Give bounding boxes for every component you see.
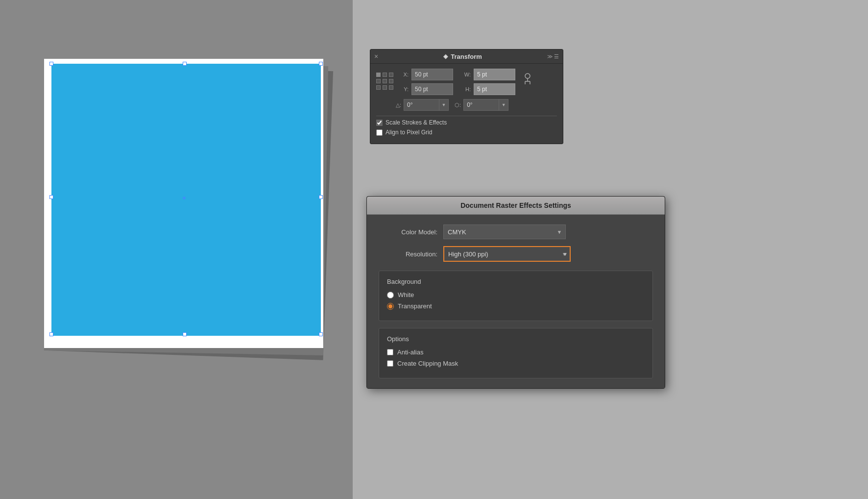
options-section: Options Anti-alias Create Clipping Mask: [379, 328, 653, 378]
double-arrow-icon: ≫: [547, 53, 553, 60]
panel-menu-icon[interactable]: ≫ ☰: [547, 53, 559, 60]
create-clipping-label[interactable]: Create Clipping Mask: [397, 360, 458, 367]
transform-body: X: Y: W: H:: [370, 64, 563, 144]
scale-strokes-label[interactable]: Scale Strokes & Effects: [386, 119, 447, 126]
handle-tc[interactable]: [183, 62, 187, 66]
transform-panel-header: × ◈ Transform ≫ ☰: [370, 50, 563, 64]
align-pixel-label[interactable]: Align to Pixel Grid: [386, 129, 432, 136]
svg-point-0: [525, 74, 530, 78]
background-section-title: Background: [387, 278, 645, 285]
handle-ml[interactable]: [49, 195, 53, 199]
h-input[interactable]: [474, 83, 515, 95]
center-point: [183, 197, 186, 200]
anti-alias-checkbox[interactable]: [387, 349, 393, 355]
color-model-select[interactable]: CMYK RGB Grayscale: [443, 225, 566, 239]
reference-point-icon[interactable]: [376, 73, 394, 90]
resolution-label: Resolution:: [379, 250, 437, 258]
w-field-row: W:: [461, 69, 515, 80]
angle-input-wrapper: ▼: [404, 99, 449, 111]
angle-label: △:: [396, 102, 401, 108]
transparent-radio[interactable]: [387, 303, 394, 310]
angle-field: △: ▼: [396, 99, 449, 111]
wh-fields: W: H:: [461, 69, 515, 95]
create-clipping-row: Create Clipping Mask: [387, 360, 645, 367]
x-label: X:: [399, 72, 409, 77]
anti-alias-label[interactable]: Anti-alias: [397, 349, 423, 356]
angle-input[interactable]: [404, 99, 439, 111]
options-section-title: Options: [387, 335, 645, 343]
angle-dropdown-btn[interactable]: ▼: [439, 99, 449, 111]
scale-strokes-row: Scale Strokes & Effects: [376, 119, 557, 126]
y-field-row: Y:: [399, 83, 453, 95]
raster-body: Color Model: CMYK RGB Grayscale ▼ Resolu…: [367, 215, 665, 388]
x-input[interactable]: [411, 69, 453, 80]
transform-panel: × ◈ Transform ≫ ☰: [370, 49, 563, 144]
h-field-row: H:: [461, 83, 515, 95]
align-pixel-row: Align to Pixel Grid: [376, 129, 557, 136]
link-icon-svg: [522, 72, 533, 88]
handle-mr[interactable]: [319, 195, 323, 199]
hamburger-icon: ☰: [554, 53, 559, 60]
transparent-radio-row: Transparent: [387, 302, 645, 310]
background-section: Background White Transparent: [379, 271, 653, 321]
y-input[interactable]: [411, 83, 453, 95]
transform-divider: [376, 116, 557, 116]
x-field-row: X:: [399, 69, 453, 80]
white-radio-row: White: [387, 291, 645, 299]
canvas-area: [0, 0, 353, 499]
resolution-select[interactable]: Screen (72 ppi) Medium (150 ppi) High (3…: [443, 246, 571, 262]
transparent-radio-label[interactable]: Transparent: [398, 302, 432, 310]
handle-br[interactable]: [319, 332, 323, 336]
color-model-row: Color Model: CMYK RGB Grayscale ▼: [379, 225, 653, 239]
transform-title-text: Transform: [451, 53, 482, 60]
constraint-link-icon[interactable]: [522, 72, 533, 88]
anti-alias-row: Anti-alias: [387, 349, 645, 356]
handle-bc[interactable]: [183, 332, 187, 336]
white-radio[interactable]: [387, 292, 394, 299]
h-label: H:: [461, 86, 471, 92]
w-input[interactable]: [474, 69, 515, 80]
handle-bl[interactable]: [49, 332, 53, 336]
xy-fields: X: Y:: [399, 69, 453, 95]
raster-panel-title: Document Raster Effects Settings: [460, 201, 571, 209]
transform-panel-title: ◈ Transform: [443, 53, 482, 60]
transform-icon: ◈: [443, 53, 448, 60]
raster-panel-header: Document Raster Effects Settings: [367, 197, 665, 215]
y-label: Y:: [399, 86, 409, 92]
align-pixel-checkbox[interactable]: [376, 129, 383, 136]
blue-rectangle: [51, 64, 321, 336]
close-icon[interactable]: ×: [374, 52, 378, 60]
color-model-label: Color Model:: [379, 228, 437, 236]
w-label: W:: [461, 72, 471, 77]
color-model-select-wrapper: CMYK RGB Grayscale ▼: [443, 225, 566, 239]
scale-strokes-checkbox[interactable]: [376, 120, 383, 126]
shear-input[interactable]: [463, 99, 499, 111]
shear-dropdown-btn[interactable]: ▼: [499, 99, 508, 111]
handle-tl[interactable]: [49, 62, 53, 66]
white-radio-label[interactable]: White: [398, 291, 414, 299]
shear-input-wrapper: ▼: [463, 99, 508, 111]
raster-panel: Document Raster Effects Settings Color M…: [366, 196, 665, 389]
shear-label: ⬡:: [455, 102, 461, 108]
create-clipping-checkbox[interactable]: [387, 360, 393, 367]
shear-field: ⬡: ▼: [455, 99, 508, 111]
handle-tr[interactable]: [319, 62, 323, 66]
resolution-select-wrapper: Screen (72 ppi) Medium (150 ppi) High (3…: [443, 246, 571, 262]
resolution-row: Resolution: Screen (72 ppi) Medium (150 …: [379, 246, 653, 262]
angle-shear-row: △: ▼ ⬡: ▼: [396, 99, 557, 111]
